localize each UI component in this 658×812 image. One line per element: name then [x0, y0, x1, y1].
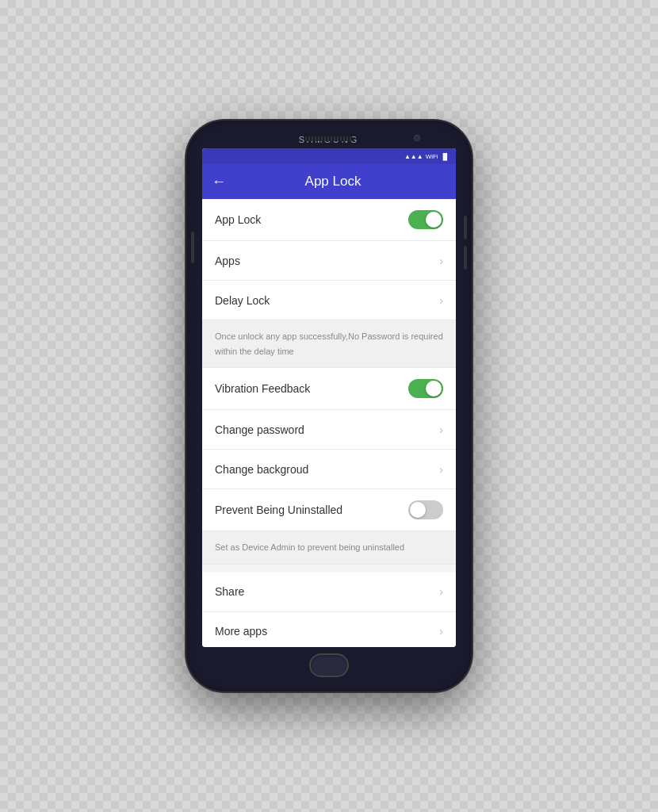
spacer [202, 565, 456, 573]
status-bar: ▲▲▲ WiFi ▐▌ [202, 148, 456, 164]
apps-chevron-icon: › [439, 255, 443, 267]
battery-icon: ▐▌ [441, 153, 450, 160]
app-lock-label: App Lock [215, 213, 261, 226]
front-camera [414, 135, 420, 141]
wifi-icon: WiFi [426, 153, 438, 160]
volume-down-button[interactable] [464, 246, 467, 270]
status-icons: ▲▲▲ WiFi ▐▌ [404, 153, 450, 160]
app-lock-toggle[interactable] [408, 210, 443, 229]
app-header: ← App Lock [202, 164, 456, 199]
change-password-chevron-icon: › [439, 423, 443, 436]
change-password-label: Change password [215, 423, 304, 436]
change-backgroud-chevron-icon: › [439, 463, 443, 476]
share-chevron-icon: › [439, 585, 443, 598]
app-lock-knob [426, 212, 442, 228]
share-label: Share [215, 585, 244, 598]
prevent-uninstall-label: Prevent Being Uninstalled [215, 504, 342, 516]
app-title: App Lock [242, 174, 424, 190]
setting-item-vibration-feedback[interactable]: Vibration Feedback [202, 368, 456, 410]
prevent-uninstall-description-block: Set as Device Admin to prevent being uni… [202, 531, 456, 565]
phone-top-bar: SAMSUNG [194, 128, 464, 148]
app-lock-slider [408, 210, 443, 229]
prevent-uninstall-description-text: Set as Device Admin to prevent being uni… [215, 542, 404, 552]
signal-icon: ▲▲▲ [404, 153, 423, 160]
setting-item-apps[interactable]: Apps › [202, 241, 456, 281]
setting-item-share[interactable]: Share › [202, 573, 456, 612]
settings-list: App Lock Apps › Delay Lock › Once unlock [202, 199, 456, 647]
vibration-feedback-toggle[interactable] [408, 379, 443, 398]
vibration-feedback-knob [426, 381, 442, 396]
home-button[interactable] [309, 653, 349, 677]
more-apps-label: More apps [215, 625, 267, 638]
apps-label: Apps [215, 255, 240, 267]
power-button[interactable] [191, 232, 194, 263]
phone-bottom [194, 647, 464, 684]
change-backgroud-label: Change backgroud [215, 463, 308, 476]
vibration-feedback-slider [408, 379, 443, 398]
prevent-uninstall-slider [408, 500, 443, 519]
prevent-uninstall-toggle[interactable] [408, 500, 443, 519]
delay-lock-chevron-icon: › [439, 294, 443, 307]
phone-device: SAMSUNG ▲▲▲ WiFi ▐▌ ← App Lock App Lock [186, 121, 472, 691]
prevent-uninstall-knob [410, 502, 426, 518]
setting-item-delay-lock[interactable]: Delay Lock › [202, 281, 456, 320]
phone-screen: ▲▲▲ WiFi ▐▌ ← App Lock App Lock [202, 148, 456, 647]
setting-item-more-apps[interactable]: More apps › [202, 612, 456, 648]
vibration-feedback-label: Vibration Feedback [215, 382, 310, 395]
delay-lock-description-text: Once unlock any app successfully,No Pass… [215, 331, 443, 356]
setting-item-prevent-uninstall[interactable]: Prevent Being Uninstalled [202, 489, 456, 531]
back-button[interactable]: ← [212, 174, 226, 190]
more-apps-chevron-icon: › [439, 625, 443, 638]
speaker-grille [305, 136, 353, 141]
setting-item-change-password[interactable]: Change password › [202, 410, 456, 450]
delay-lock-label: Delay Lock [215, 294, 270, 307]
setting-item-app-lock[interactable]: App Lock [202, 199, 456, 241]
setting-item-change-backgroud[interactable]: Change backgroud › [202, 450, 456, 489]
delay-lock-description-block: Once unlock any app successfully,No Pass… [202, 320, 456, 368]
volume-up-button[interactable] [464, 216, 467, 239]
